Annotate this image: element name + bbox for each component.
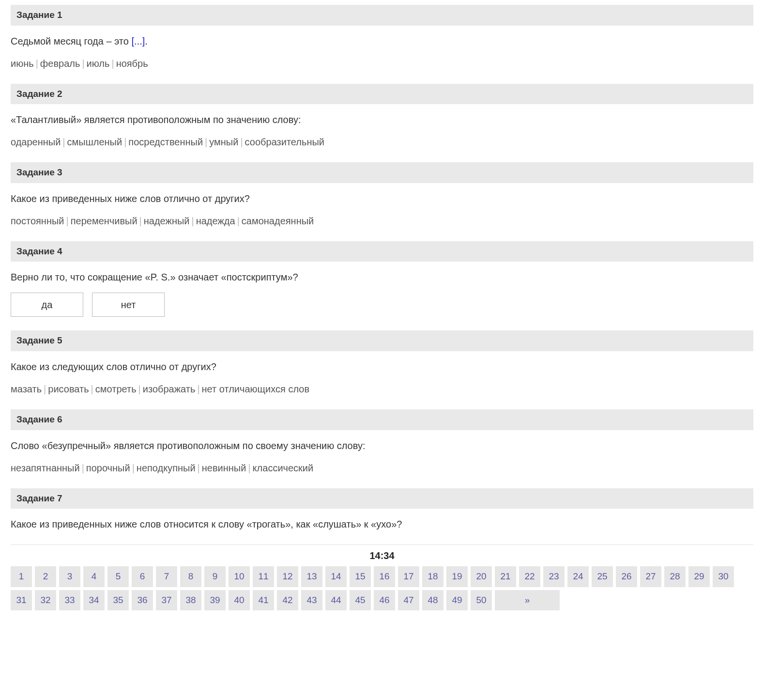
- option[interactable]: февраль: [40, 58, 80, 69]
- pager-page-33[interactable]: 33: [59, 590, 80, 611]
- pager-page-6[interactable]: 6: [132, 566, 153, 587]
- option[interactable]: неподкупный: [137, 463, 196, 473]
- option[interactable]: смотреть: [95, 384, 137, 394]
- pager-page-45[interactable]: 45: [350, 590, 371, 611]
- option[interactable]: ноябрь: [116, 58, 148, 69]
- option[interactable]: незапятнанный: [11, 463, 80, 473]
- option[interactable]: сообразительный: [245, 137, 324, 147]
- pager-page-26[interactable]: 26: [616, 566, 637, 587]
- task-prompt-text: «Талантливый» является противоположным п…: [11, 114, 301, 125]
- option[interactable]: посредственный: [128, 137, 203, 147]
- pager-page-46[interactable]: 46: [374, 590, 395, 611]
- option[interactable]: нет отличающихся слов: [202, 384, 309, 394]
- pager-page-28[interactable]: 28: [664, 566, 686, 587]
- option[interactable]: надежда: [196, 216, 235, 226]
- pager-page-41[interactable]: 41: [253, 590, 274, 611]
- separator: |: [34, 58, 40, 69]
- pager-page-21[interactable]: 21: [495, 566, 516, 587]
- pager-page-31[interactable]: 31: [11, 590, 32, 611]
- pager-page-22[interactable]: 22: [519, 566, 540, 587]
- separator: |: [203, 137, 209, 147]
- separator: |: [64, 216, 70, 226]
- pager-page-17[interactable]: 17: [398, 566, 419, 587]
- option[interactable]: июль: [87, 58, 110, 69]
- timer: 14:34: [11, 549, 753, 562]
- option[interactable]: надежный: [144, 216, 190, 226]
- pager-page-35[interactable]: 35: [107, 590, 129, 611]
- option[interactable]: переменчивый: [71, 216, 138, 226]
- option[interactable]: классический: [253, 463, 314, 473]
- pager-page-40[interactable]: 40: [229, 590, 250, 611]
- pager-page-32[interactable]: 32: [35, 590, 56, 611]
- no-button[interactable]: нет: [92, 293, 165, 317]
- task-prompt-text: Какое из следующих слов отлично от други…: [11, 361, 216, 372]
- pager-page-7[interactable]: 7: [156, 566, 177, 587]
- option[interactable]: смышленый: [67, 137, 122, 147]
- pager-page-25[interactable]: 25: [592, 566, 613, 587]
- pager-page-9[interactable]: 9: [204, 566, 226, 587]
- pager-page-15[interactable]: 15: [350, 566, 371, 587]
- separator: |: [61, 137, 67, 147]
- task-block: Задание 3Какое из приведенных ниже слов …: [11, 162, 753, 228]
- pager-page-29[interactable]: 29: [688, 566, 710, 587]
- option[interactable]: одаренный: [11, 137, 61, 147]
- pager-page-43[interactable]: 43: [301, 590, 322, 611]
- task-block: Задание 7Какое из приведенных ниже слов …: [11, 488, 753, 531]
- pager-page-11[interactable]: 11: [253, 566, 274, 587]
- task-block: Задание 1Седьмой месяц года – это [...].…: [11, 5, 753, 70]
- option[interactable]: рисовать: [48, 384, 89, 394]
- option[interactable]: самонадеянный: [242, 216, 314, 226]
- option[interactable]: июнь: [11, 58, 34, 69]
- pager-page-5[interactable]: 5: [107, 566, 129, 587]
- task-header: Задание 3: [11, 162, 753, 183]
- pager-page-30[interactable]: 30: [713, 566, 734, 587]
- pager-page-44[interactable]: 44: [325, 590, 347, 611]
- pager-page-27[interactable]: 27: [640, 566, 661, 587]
- pager-page-47[interactable]: 47: [398, 590, 419, 611]
- pager-page-50[interactable]: 50: [471, 590, 492, 611]
- pager-page-39[interactable]: 39: [204, 590, 226, 611]
- pager-page-3[interactable]: 3: [59, 566, 80, 587]
- separator: |: [80, 58, 86, 69]
- separator: |: [190, 216, 196, 226]
- pager-page-2[interactable]: 2: [35, 566, 56, 587]
- pager-next[interactable]: »: [495, 590, 560, 611]
- option[interactable]: невинный: [202, 463, 246, 473]
- pager-page-12[interactable]: 12: [277, 566, 298, 587]
- pager-page-18[interactable]: 18: [422, 566, 443, 587]
- pager-page-1[interactable]: 1: [11, 566, 32, 587]
- pager-page-49[interactable]: 49: [446, 590, 468, 611]
- option[interactable]: умный: [209, 137, 238, 147]
- separator: |: [138, 216, 144, 226]
- option[interactable]: мазать: [11, 384, 42, 394]
- pager-page-48[interactable]: 48: [422, 590, 443, 611]
- pager-page-8[interactable]: 8: [180, 566, 201, 587]
- option[interactable]: порочный: [86, 463, 130, 473]
- pager-page-19[interactable]: 19: [446, 566, 468, 587]
- pager-page-23[interactable]: 23: [543, 566, 565, 587]
- pager-page-10[interactable]: 10: [229, 566, 250, 587]
- pager-page-34[interactable]: 34: [83, 590, 105, 611]
- option[interactable]: изображать: [143, 384, 196, 394]
- separator: |: [122, 137, 128, 147]
- pager-page-20[interactable]: 20: [471, 566, 492, 587]
- task-block: Задание 4Верно ли то, что сокращение «P.…: [11, 241, 753, 317]
- option[interactable]: постоянный: [11, 216, 64, 226]
- separator: |: [137, 384, 143, 394]
- task-header: Задание 7: [11, 488, 753, 509]
- pager-page-14[interactable]: 14: [325, 566, 347, 587]
- pager-page-36[interactable]: 36: [132, 590, 153, 611]
- pager-page-4[interactable]: 4: [83, 566, 105, 587]
- yes-button[interactable]: да: [11, 293, 83, 317]
- pager-page-37[interactable]: 37: [156, 590, 177, 611]
- pager-page-38[interactable]: 38: [180, 590, 201, 611]
- options-row: мазать|рисовать|смотреть|изображать|нет …: [11, 373, 753, 396]
- pager-page-42[interactable]: 42: [277, 590, 298, 611]
- pager-page-13[interactable]: 13: [301, 566, 322, 587]
- pager: 1234567891011121314151617181920212223242…: [11, 566, 753, 610]
- pager-page-16[interactable]: 16: [374, 566, 395, 587]
- separator: |: [109, 58, 116, 69]
- task-header: Задание 6: [11, 409, 753, 430]
- pager-page-24[interactable]: 24: [567, 566, 589, 587]
- separator: |: [246, 463, 252, 473]
